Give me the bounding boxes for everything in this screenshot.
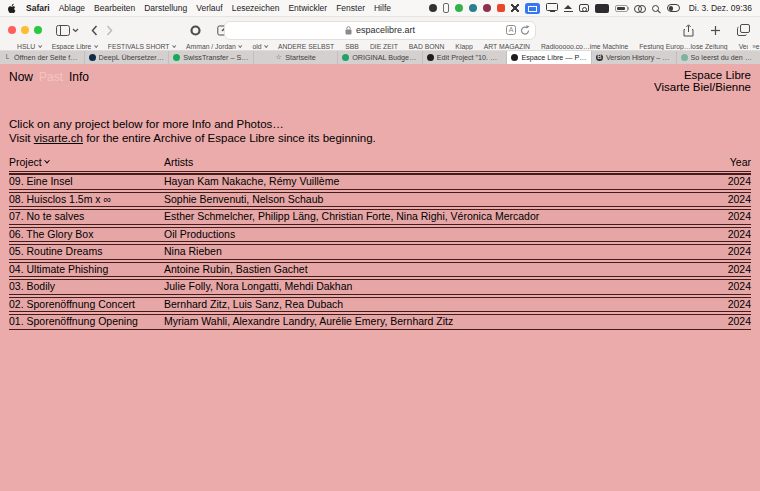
- iphone-icon[interactable]: [443, 3, 449, 13]
- address-bar[interactable]: espacelibre.art A: [224, 21, 536, 40]
- project-row[interactable]: 02. Sporenöffnung ConcertBernhard Zitz, …: [9, 297, 751, 313]
- visarte-link[interactable]: visarte.ch: [34, 132, 83, 144]
- menu-item[interactable]: Verlauf: [196, 3, 222, 13]
- minimize-window-button[interactable]: [21, 26, 29, 34]
- favorites-item[interactable]: BAD BONN: [409, 43, 445, 50]
- site-name: Espace Libre: [654, 69, 751, 81]
- project-row[interactable]: 01. Sporenöffnung OpeningMyriam Wahli, A…: [9, 314, 751, 330]
- sidebar-chevron-icon[interactable]: [72, 28, 79, 33]
- menu-bar-clock[interactable]: Di. 3. Dez. 09:36: [689, 3, 752, 13]
- menu-item[interactable]: Ablage: [59, 3, 85, 13]
- browser-tab[interactable]: SwissTransfer – Siche…: [169, 51, 254, 64]
- favorites-item[interactable]: ANDERE SELBST: [278, 43, 334, 50]
- menu-item[interactable]: Darstellung: [144, 3, 187, 13]
- favorites-item[interactable]: Klapp: [455, 43, 472, 50]
- tab-favicon: [89, 54, 96, 61]
- year-cell: 2024: [691, 194, 751, 206]
- project-row[interactable]: 08. Huisclos 1.5m x ∞Sophie Benvenuti, N…: [9, 192, 751, 208]
- menu-item[interactable]: Entwickler: [288, 3, 327, 13]
- status-icons: [429, 3, 680, 14]
- link-icon[interactable]: [634, 5, 646, 12]
- spotlight-icon[interactable]: [652, 5, 659, 12]
- favorites-item[interactable]: Radiooooo.co…ime Machine: [541, 43, 628, 50]
- intro-visit-suffix: for the entire Archive of Espace Libre s…: [83, 132, 376, 144]
- window-controls: [8, 26, 42, 34]
- browser-tab[interactable]: Edit Project "10. Resid…: [423, 51, 508, 64]
- battery-icon[interactable]: [615, 5, 628, 12]
- browser-tab[interactable]: BVersion History – Lay…: [592, 51, 677, 64]
- project-cell: 02. Sporenöffnung Concert: [9, 299, 164, 311]
- menu-item[interactable]: Fenster: [336, 3, 365, 13]
- projects-table: Project Artists Year 09. Eine InselHayan…: [9, 154, 751, 330]
- privacy-report-icon[interactable]: [190, 25, 201, 36]
- zoom-window-button[interactable]: [34, 26, 42, 34]
- favorites-item[interactable]: ART MAGAZIN: [484, 43, 530, 50]
- green-app-icon[interactable]: [455, 4, 463, 12]
- tab-overview-icon[interactable]: [737, 24, 750, 36]
- project-row[interactable]: 03. BodilyJulie Folly, Nora Longatti, Me…: [9, 279, 751, 295]
- project-row[interactable]: 06. The Glory BoxOil Productions2024: [9, 227, 751, 243]
- menu-item[interactable]: Hilfe: [374, 3, 391, 13]
- intro-visit-prefix: Visit: [9, 132, 34, 144]
- orange-app-icon[interactable]: [497, 4, 505, 12]
- project-cell: 05. Routine Dreams: [9, 246, 164, 258]
- favorites-item[interactable]: Amman / Jordan: [186, 43, 241, 50]
- close-window-button[interactable]: [8, 26, 16, 34]
- project-row[interactable]: 05. Routine DreamsNina Rieben2024: [9, 244, 751, 260]
- browser-tab[interactable]: DeepL Übersetzer: De…: [85, 51, 170, 64]
- favorites-item[interactable]: Espace Libre: [52, 43, 97, 50]
- active-printer-icon[interactable]: [525, 3, 540, 14]
- project-cell: 01. Sporenöffnung Opening: [9, 316, 164, 328]
- control-center-icon[interactable]: [667, 4, 680, 12]
- forward-button[interactable]: [106, 25, 113, 36]
- project-row[interactable]: 07. No te salvesEsther Schmelcher, Phili…: [9, 209, 751, 225]
- page-nav-link[interactable]: Now: [9, 70, 33, 84]
- screenshot-icon[interactable]: [579, 4, 589, 12]
- artists-cell: Hayan Kam Nakache, Rémy Vuillème: [164, 176, 691, 188]
- browser-tab[interactable]: So leerst du den Cach…: [677, 51, 760, 64]
- favorites-item[interactable]: DIE ZEIT: [370, 43, 398, 50]
- page-nav-link[interactable]: Past: [39, 70, 63, 84]
- teal-app-icon[interactable]: [469, 4, 477, 12]
- menu-item[interactable]: Bearbeiten: [94, 3, 135, 13]
- project-row[interactable]: 04. Ultimate PhishingAntoine Rubin, Bast…: [9, 262, 751, 278]
- expand-arrows-icon[interactable]: [511, 4, 519, 12]
- browser-tab[interactable]: LÖffnen der Seite fehlg…: [0, 51, 85, 64]
- tab-favicon: B: [596, 54, 603, 61]
- browser-tab[interactable]: ORIGINAL Budget 202…: [338, 51, 423, 64]
- artists-cell: Myriam Wahli, Alexandre Landry, Aurélie …: [164, 316, 691, 328]
- year-cell: 2024: [691, 316, 751, 328]
- site-nav: NowPastInfo: [9, 70, 751, 84]
- favorites-items: HSLUEspace LibreFESTIVALS SHORTAmman / J…: [17, 43, 760, 50]
- toolbar-right-icons: [679, 17, 754, 43]
- favorites-item[interactable]: HSLU: [17, 43, 41, 50]
- header-project[interactable]: Project: [9, 156, 164, 168]
- black-widget-icon[interactable]: [595, 4, 609, 13]
- new-tab-icon[interactable]: [710, 25, 721, 36]
- display-icon[interactable]: [546, 3, 558, 11]
- favorites-item[interactable]: old: [252, 43, 267, 50]
- reload-icon[interactable]: [520, 25, 530, 36]
- intro-text: Click on any project below for more Info…: [9, 118, 751, 145]
- tab-favicon: [681, 54, 688, 61]
- favorites-item[interactable]: Festung Europ…lose Zeitung: [639, 43, 727, 50]
- menu-item[interactable]: Lesezeichen: [232, 3, 280, 13]
- eject-icon[interactable]: [564, 4, 573, 13]
- project-cell: 04. Ultimate Phishing: [9, 264, 164, 276]
- record-dot-icon[interactable]: [429, 4, 437, 12]
- favorites-item[interactable]: FESTIVALS SHORT: [108, 43, 175, 50]
- browser-tab[interactable]: ☆Startseite: [254, 51, 339, 64]
- sidebar-icon[interactable]: [56, 25, 70, 36]
- apple-logo-icon[interactable]: [8, 3, 17, 14]
- translate-icon[interactable]: A: [506, 25, 516, 35]
- menu-safari[interactable]: Safari: [26, 3, 50, 13]
- maroon-app-icon[interactable]: [483, 4, 491, 12]
- back-button[interactable]: [91, 25, 98, 36]
- url-text: espacelibre.art: [356, 25, 415, 35]
- favorites-item[interactable]: SBB: [345, 43, 359, 50]
- browser-tab[interactable]: Espace Libre — Past: [507, 51, 592, 64]
- project-row[interactable]: 09. Eine InselHayan Kam Nakache, Rémy Vu…: [9, 174, 751, 190]
- page-nav-link[interactable]: Info: [69, 70, 89, 84]
- share-icon[interactable]: [683, 24, 694, 37]
- favorites-overflow-chevron[interactable]: »: [748, 43, 756, 50]
